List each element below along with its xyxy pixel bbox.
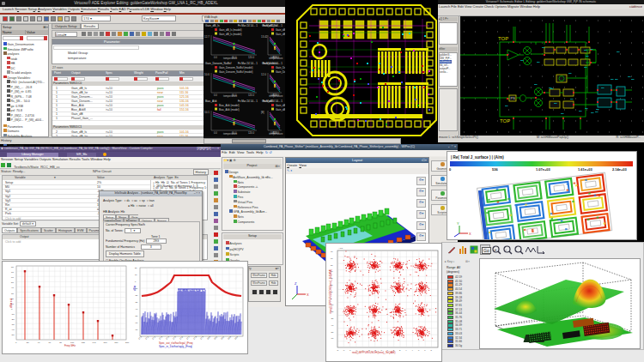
svg-text:Gain_dB_ls (model): Gain_dB_ls (model) — [219, 33, 242, 36]
svg-text:-40: -40 — [331, 324, 334, 326]
svg-text:1.07e+03: 1.07e+03 — [536, 167, 551, 172]
svg-text:-20: -20 — [135, 294, 138, 296]
svg-text:12.0: 12.0 — [261, 73, 266, 76]
svg-text:4: 4 — [412, 349, 414, 351]
svg-text:536: 536 — [492, 167, 498, 172]
svg-text:140: 140 — [93, 341, 97, 344]
svg-text:30: 30 — [331, 277, 333, 279]
svg-text:120: 120 — [82, 341, 86, 344]
svg-text:-30: -30 — [11, 323, 15, 326]
svg-text:Gain_dB_ls (model): Gain_dB_ls (model) — [219, 28, 242, 32]
svg-text:[B]: [B] — [261, 111, 264, 114]
svg-text:-50: -50 — [11, 334, 15, 336]
svg-text:Gain_dB_ls: Gain_dB_ls — [205, 24, 220, 27]
svg-text:1.61e+03: 1.61e+03 — [578, 167, 593, 172]
svg-text:-10: -10 — [135, 287, 138, 289]
svg-text:-: - — [506, 247, 507, 252]
svg-text:PS: PS — [511, 96, 516, 100]
svg-text:13.42: 13.42 — [261, 35, 268, 39]
svg-text:Fri Mar 24 14... 1: Fri Mar 24 14... 1 — [238, 24, 258, 27]
svg-text:60.0: 60.0 — [232, 131, 237, 135]
svg-text:Gain_Denorm_NoBsf: Gain_Denorm_NoBsf — [205, 62, 231, 65]
svg-text:Gain_dB_lsr (model): Gain_dB_lsr (model) — [276, 33, 285, 36]
svg-text:ACC: ACC — [338, 247, 343, 250]
svg-text:-10: -10 — [331, 304, 334, 305]
svg-text:| Re( Total J_surface ) | (A/m: | Re( Total J_surface ) | (A/m) — [451, 155, 504, 160]
svg-text:20: 20 — [11, 298, 14, 300]
svg-text:10.6: 10.6 — [204, 73, 210, 76]
svg-text:0.0: 0.0 — [214, 56, 217, 59]
svg-text:50: 50 — [331, 264, 333, 266]
svg-text:60.0: 60.0 — [232, 56, 237, 59]
svg-text:-30: -30 — [135, 301, 138, 303]
svg-text:-10: -10 — [11, 313, 15, 316]
svg-text:70: 70 — [11, 271, 14, 274]
svg-text:80: 80 — [59, 341, 62, 344]
svg-text:6: 6 — [418, 349, 420, 351]
svg-text:Fri Mar 24 14... 1: Fri Mar 24 14... 1 — [238, 62, 258, 65]
svg-text:-20: -20 — [11, 318, 15, 321]
svg-text:70: 70 — [331, 250, 333, 252]
svg-text:-8: -8 — [337, 349, 339, 351]
svg-text:X: X — [469, 232, 471, 236]
svg-text:60: 60 — [331, 257, 333, 259]
svg-text:0.0: 0.0 — [214, 94, 217, 97]
svg-text:Y: Y — [457, 221, 459, 226]
svg-text:-20: -20 — [331, 311, 334, 312]
svg-text:TOP: TOP — [500, 118, 510, 124]
svg-text:10: 10 — [11, 303, 14, 305]
svg-text:Fri Mar 24 14... 1: Fri Mar 24 14... 1 — [238, 100, 258, 103]
svg-text:Gain_dB (model): Gain_dB (model) — [276, 108, 285, 112]
svg-text:-50: -50 — [331, 331, 334, 333]
svg-text:20: 20 — [135, 267, 137, 268]
svg-text:-6: -6 — [349, 349, 352, 351]
svg-text:100: 100 — [70, 341, 75, 344]
svg-text:-60: -60 — [135, 322, 138, 323]
svg-text:X: X — [307, 293, 309, 297]
svg-text:40: 40 — [38, 341, 40, 344]
svg-text:10.1: 10.1 — [204, 111, 210, 114]
svg-text:120.0: 120.0 — [248, 94, 254, 97]
svg-text:2.14e+03: 2.14e+03 — [612, 167, 628, 172]
svg-text:120.0: 120.0 — [248, 131, 254, 135]
svg-text:0.0: 0.0 — [214, 131, 217, 135]
svg-text:Gain_dB_lsr (model): Gain_dB_lsr (model) — [276, 28, 285, 32]
svg-text:8: 8 — [431, 349, 433, 351]
svg-text:Gain_Denorm_NoBsf (model): Gain_Denorm_NoBsf (model) — [219, 70, 253, 74]
svg-text:-70: -70 — [135, 329, 138, 330]
svg-text:120.0: 120.0 — [273, 131, 279, 135]
svg-text:real(),BPPUR/USOH(lens)_NiQAM): real(),BPPUR/USOH(lens)_NiQAM) — [352, 351, 395, 354]
svg-text:-40: -40 — [135, 308, 138, 310]
svg-text:Gain_Denor... (model): Gain_Denor... (model) — [276, 66, 285, 69]
svg-text:60: 60 — [48, 341, 51, 344]
svg-text:2: 2 — [399, 349, 401, 351]
svg-text:-6: -6 — [343, 349, 345, 351]
svg-text:40: 40 — [11, 287, 14, 289]
svg-text:0: 0 — [15, 341, 17, 344]
svg-text:60.0: 60.0 — [232, 94, 237, 97]
svg-text:Bias_A/di: Bias_A/di — [205, 100, 217, 103]
svg-text:180: 180 — [114, 341, 118, 344]
svg-text:TOP: TOP — [498, 36, 508, 41]
svg-text:-60: -60 — [331, 337, 334, 339]
svg-text:Gain_Denorm_NoBsf (model): Gain_Denorm_NoBsf (model) — [219, 66, 253, 69]
svg-text:Bias_A/di (model): Bias_A/di (model) — [219, 108, 240, 112]
svg-text:50: 50 — [11, 281, 14, 284]
svg-text:120.0: 120.0 — [273, 56, 279, 59]
svg-text:10: 10 — [135, 274, 137, 275]
svg-text:80: 80 — [11, 266, 14, 268]
svg-text:4: 4 — [405, 349, 407, 351]
svg-text:30: 30 — [11, 293, 14, 295]
svg-text:120.0: 120.0 — [248, 56, 254, 59]
svg-text:160: 160 — [103, 341, 107, 344]
svg-text:Bias_A/di (model): Bias_A/di (model) — [219, 104, 240, 107]
svg-text:Spec_in_1/w/har/ag/g_(Freq): Spec_in_1/w/har/ag/g_(Freq) — [159, 345, 192, 348]
svg-text:Gain_Denor... (model): Gain_Denor... (model) — [276, 70, 285, 74]
svg-text:Gain_dB (model): Gain_dB (model) — [276, 104, 285, 107]
svg-text:20: 20 — [27, 341, 29, 344]
svg-text:Fri Mar 24 14... 1: Fri Mar 24 14... 1 — [263, 100, 283, 103]
svg-text:120.0: 120.0 — [273, 94, 279, 97]
svg-text:0: 0 — [135, 281, 137, 282]
svg-text:+: + — [495, 247, 497, 252]
svg-text:-40: -40 — [11, 329, 15, 331]
